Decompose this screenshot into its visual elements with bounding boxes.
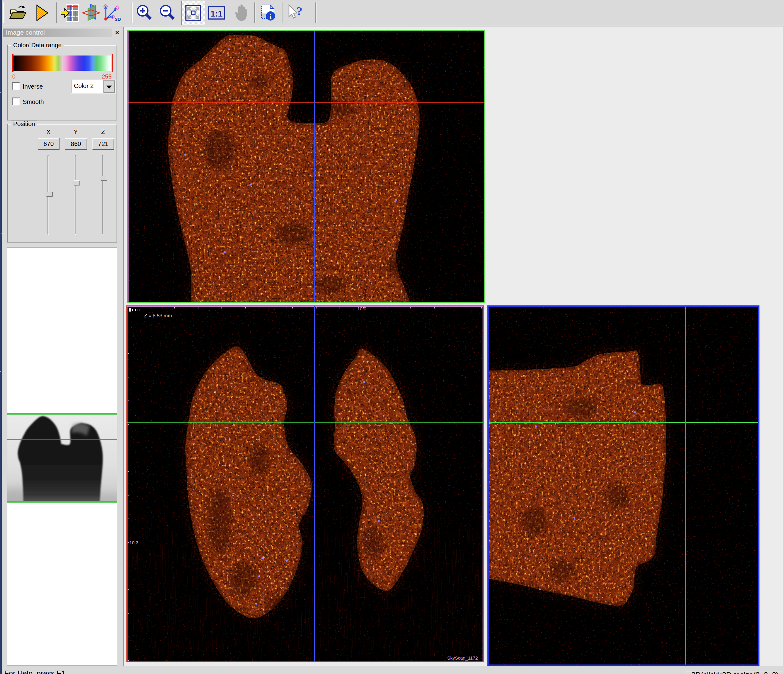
svg-text:-10.3: -10.3 xyxy=(128,540,138,545)
svg-text:Z = 8.53 mm: Z = 8.53 mm xyxy=(144,313,172,318)
svg-text:i: i xyxy=(270,12,271,20)
svg-text:10.0: 10.0 xyxy=(357,306,366,311)
svg-text:?: ? xyxy=(296,4,302,18)
svg-text:SkyScan_1172: SkyScan_1172 xyxy=(447,655,478,660)
svg-text:1:1: 1:1 xyxy=(210,9,222,19)
svg-text:3D: 3D xyxy=(115,17,121,22)
